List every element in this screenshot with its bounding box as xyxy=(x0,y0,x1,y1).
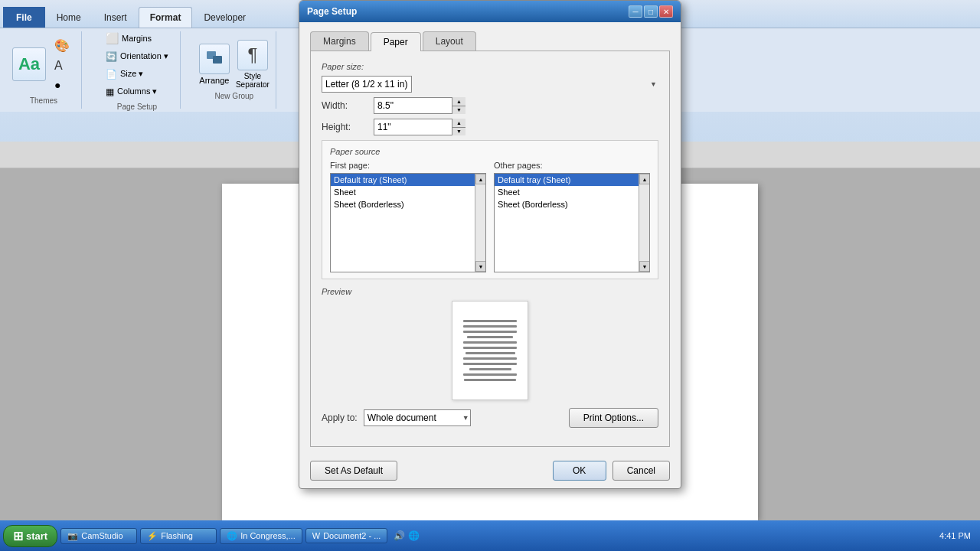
other-pages-column: Other pages: Default tray (Sheet) Sheet … xyxy=(494,161,650,272)
taskbar-item-word[interactable]: W Document2 - ... xyxy=(305,528,388,543)
maximize-button[interactable]: □ xyxy=(644,5,658,18)
width-spinner: ▲ ▼ xyxy=(374,97,466,114)
dialog-footer: Set As Default OK Cancel xyxy=(299,456,681,488)
apply-to-row: Apply to: Whole document This section Th… xyxy=(322,408,658,428)
cancel-button[interactable]: Cancel xyxy=(612,461,670,481)
width-label: Width: xyxy=(322,100,368,111)
first-page-item-2[interactable]: Sheet (Borderless) xyxy=(331,198,485,210)
taskbar: ⊞ start 📷 CamStudio ⚡ Flashing 🌐 In Cong… xyxy=(0,520,980,551)
footer-left: Set As Default xyxy=(310,461,397,481)
other-pages-label: Other pages: xyxy=(494,161,650,170)
paper-size-select-wrapper: Letter (8 1/2 x 11 in) A4 Legal xyxy=(322,76,658,93)
tab-paper[interactable]: Paper xyxy=(371,32,421,51)
first-page-listbox[interactable]: Default tray (Sheet) Sheet Sheet (Border… xyxy=(330,173,486,272)
page-setup-dialog: Page Setup ─ □ ✕ Margins Paper Layout Pa… xyxy=(299,0,681,489)
taskbar-item-incongress[interactable]: 🌐 In Congress,... xyxy=(220,528,302,544)
first-page-item-0[interactable]: Default tray (Sheet) xyxy=(331,174,485,186)
dialog-title: Page Setup xyxy=(307,6,357,17)
taskbar-item-flashing[interactable]: ⚡ Flashing xyxy=(140,528,217,544)
other-pages-scrollbar: ▲ ▼ xyxy=(639,174,649,272)
other-pages-item-2[interactable]: Sheet (Borderless) xyxy=(495,198,649,210)
height-row: Height: ▲ ▼ xyxy=(322,119,658,135)
height-label: Height: xyxy=(322,122,368,132)
first-page-column: First page: Default tray (Sheet) Sheet S… xyxy=(330,161,486,272)
other-pages-item-0[interactable]: Default tray (Sheet) xyxy=(495,174,649,186)
other-pages-listbox[interactable]: Default tray (Sheet) Sheet Sheet (Border… xyxy=(494,173,650,272)
taskbar-system-icons: 🔊 🌐 xyxy=(390,530,423,541)
preview-label: Preview xyxy=(322,287,658,296)
modal-overlay: Page Setup ─ □ ✕ Margins Paper Layout Pa… xyxy=(0,0,980,520)
width-down-button[interactable]: ▼ xyxy=(452,106,466,115)
start-label: start xyxy=(26,530,47,542)
close-button[interactable]: ✕ xyxy=(659,5,673,18)
taskbar-item-camstudio[interactable]: 📷 CamStudio xyxy=(60,528,137,544)
paper-source-label: Paper source xyxy=(330,147,650,156)
ok-button[interactable]: OK xyxy=(553,461,606,481)
scroll-up-first[interactable]: ▲ xyxy=(475,174,486,184)
other-pages-item-1[interactable]: Sheet xyxy=(495,186,649,198)
print-options-button[interactable]: Print Options... xyxy=(569,408,658,428)
apply-to-select[interactable]: Whole document This section This point f… xyxy=(364,409,471,426)
apply-to-label: Apply to: xyxy=(322,412,358,423)
tab-margins[interactable]: Margins xyxy=(310,31,369,51)
dialog-titlebar: Page Setup ─ □ ✕ xyxy=(299,1,681,22)
height-down-button[interactable]: ▼ xyxy=(452,128,466,136)
paper-size-row: Letter (8 1/2 x 11 in) A4 Legal xyxy=(322,76,658,93)
tab-layout[interactable]: Layout xyxy=(423,31,476,51)
preview-section: Preview xyxy=(322,287,658,400)
footer-right: OK Cancel xyxy=(553,461,670,481)
paper-size-select[interactable]: Letter (8 1/2 x 11 in) A4 Legal xyxy=(322,76,412,93)
scroll-down-first[interactable]: ▼ xyxy=(475,261,486,272)
paper-size-label: Paper size: xyxy=(322,62,658,71)
set-as-default-button[interactable]: Set As Default xyxy=(310,461,397,481)
width-spinner-btns: ▲ ▼ xyxy=(452,97,466,114)
preview-box xyxy=(452,301,528,400)
scroll-down-other[interactable]: ▼ xyxy=(639,261,650,272)
source-columns: First page: Default tray (Sheet) Sheet S… xyxy=(330,161,650,272)
width-row: Width: ▲ ▼ xyxy=(322,97,658,114)
apply-to-select-wrapper: Whole document This section This point f… xyxy=(364,409,471,426)
paper-source-section: Paper source First page: Default tray (S… xyxy=(322,140,658,279)
start-button[interactable]: ⊞ start xyxy=(3,525,57,547)
first-page-label: First page: xyxy=(330,161,486,170)
first-page-item-1[interactable]: Sheet xyxy=(331,186,485,198)
taskbar-clock: 4:41 PM xyxy=(933,531,977,540)
first-page-scrollbar: ▲ ▼ xyxy=(475,174,485,272)
dialog-panel: Paper size: Letter (8 1/2 x 11 in) A4 Le… xyxy=(310,51,670,447)
height-spinner-btns: ▲ ▼ xyxy=(452,119,466,135)
dialog-content: Margins Paper Layout Paper size: Letter … xyxy=(299,22,681,456)
dialog-tabs: Margins Paper Layout xyxy=(310,31,670,51)
scroll-up-other[interactable]: ▲ xyxy=(639,174,650,184)
dialog-controls: ─ □ ✕ xyxy=(629,5,673,18)
minimize-button[interactable]: ─ xyxy=(629,5,642,18)
width-up-button[interactable]: ▲ xyxy=(452,97,466,106)
height-up-button[interactable]: ▲ xyxy=(452,119,466,128)
clock-time: 4:41 PM xyxy=(939,531,971,540)
height-spinner: ▲ ▼ xyxy=(374,119,466,135)
